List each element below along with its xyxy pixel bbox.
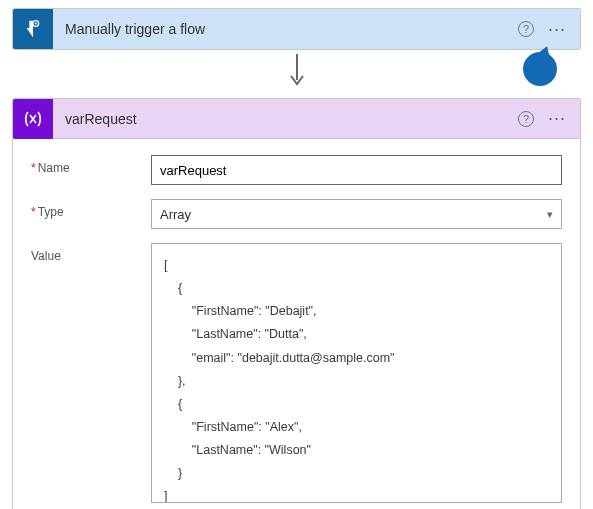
more-icon[interactable]: ··· <box>542 19 572 40</box>
name-input[interactable] <box>151 155 562 185</box>
svg-point-1 <box>35 22 37 24</box>
action-body: *Name *Type Array ▾ Value <box>13 139 580 509</box>
action-title: varRequest <box>53 111 518 127</box>
action-header[interactable]: varRequest ? ··· <box>13 99 580 139</box>
name-row: *Name <box>31 155 562 185</box>
type-select[interactable]: Array ▾ <box>151 199 562 229</box>
chevron-down-icon: ▾ <box>547 208 553 221</box>
type-row: *Type Array ▾ <box>31 199 562 229</box>
trigger-title: Manually trigger a flow <box>53 21 518 37</box>
type-selected-value: Array <box>160 207 191 222</box>
more-icon[interactable]: ··· <box>542 108 572 129</box>
value-row: Value <box>31 243 562 506</box>
trigger-card: Manually trigger a flow ? ··· <box>12 8 581 50</box>
name-label: *Name <box>31 155 151 175</box>
value-label: Value <box>31 243 151 263</box>
help-icon[interactable]: ? <box>518 111 534 127</box>
help-icon[interactable]: ? <box>518 21 534 37</box>
type-label: *Type <box>31 199 151 219</box>
action-card: varRequest ? ··· *Name *Type Array ▾ Val… <box>12 98 581 509</box>
trigger-icon <box>13 9 53 49</box>
connector-arrow <box>0 54 593 90</box>
new-step-droplet-icon[interactable] <box>523 52 557 86</box>
variable-icon <box>13 99 53 139</box>
value-textarea[interactable] <box>151 243 562 503</box>
trigger-header[interactable]: Manually trigger a flow ? ··· <box>13 9 580 49</box>
